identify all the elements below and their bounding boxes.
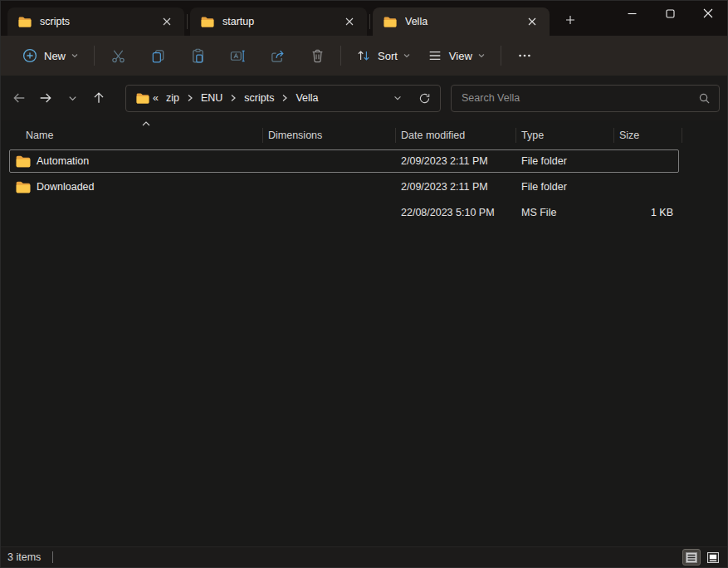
file-row-automation[interactable]: Automation 2/09/2023 2:11 PM File folder (9, 149, 679, 173)
refresh-button[interactable] (413, 87, 435, 109)
column-divider[interactable] (515, 128, 516, 143)
paste-icon (190, 48, 206, 64)
refresh-icon (418, 92, 431, 105)
column-header-date-modified[interactable]: Date modified (395, 130, 515, 141)
rename-icon (230, 48, 246, 64)
navigation-bar: « zip ENU scripts Vella (1, 76, 727, 120)
tab-label: Vella (405, 16, 523, 27)
breadcrumb-overflow[interactable]: « (149, 90, 159, 106)
sort-button[interactable]: Sort (348, 43, 419, 68)
address-bar[interactable]: « zip ENU scripts Vella (125, 85, 441, 112)
column-divider[interactable] (395, 128, 396, 143)
paste-button[interactable] (181, 41, 214, 71)
maximize-button[interactable] (651, 1, 689, 26)
search-box (451, 85, 720, 112)
chevron-down-icon (477, 51, 486, 60)
close-icon (163, 17, 171, 26)
folder-icon (136, 93, 149, 104)
file-date-modified: 2/09/2023 2:11 PM (395, 155, 515, 167)
delete-icon (310, 48, 325, 64)
column-header-type[interactable]: Type (515, 130, 613, 141)
close-icon (528, 17, 536, 26)
forward-button[interactable] (32, 85, 59, 111)
chevron-right-icon[interactable] (281, 94, 289, 102)
close-icon (345, 17, 354, 26)
view-toggles (682, 549, 722, 566)
large-icons-view-button[interactable] (704, 549, 722, 566)
minimize-button[interactable] (613, 1, 651, 26)
chevron-right-icon[interactable] (186, 94, 194, 102)
address-bar-controls (387, 87, 435, 109)
address-dropdown-button[interactable] (387, 87, 408, 109)
command-bar: New Sort (1, 36, 727, 76)
share-icon (270, 48, 286, 64)
view-icon (428, 48, 442, 63)
search-input[interactable] (462, 92, 698, 104)
chevron-down-icon (393, 93, 403, 103)
folder-icon (18, 17, 32, 27)
minimize-icon (628, 9, 637, 18)
file-name: Automation (37, 155, 89, 167)
new-item-icon (22, 48, 37, 63)
tab-startup[interactable]: startup (190, 7, 367, 36)
file-type: File folder (515, 155, 613, 167)
column-divider[interactable] (613, 128, 614, 143)
breadcrumb-item-enu[interactable]: ENU (196, 90, 227, 106)
breadcrumb-item-vella[interactable]: Vella (291, 90, 323, 106)
file-explorer-window: scripts startup Vella (0, 0, 728, 568)
forward-icon (38, 91, 53, 105)
breadcrumb-item-scripts[interactable]: scripts (239, 90, 279, 106)
cut-button[interactable] (101, 41, 134, 71)
search-icon (698, 92, 711, 105)
tab-close-button[interactable] (158, 12, 176, 31)
details-view-icon (686, 552, 697, 563)
breadcrumb-item-zip[interactable]: zip (161, 90, 184, 106)
status-divider (52, 551, 53, 563)
tab-vella[interactable]: Vella (373, 7, 550, 36)
up-button[interactable] (86, 85, 112, 111)
copy-icon (150, 48, 166, 64)
chevron-down-icon (403, 51, 411, 60)
chevron-down-icon (71, 51, 79, 60)
close-window-button[interactable] (689, 1, 727, 26)
chevron-right-icon[interactable] (229, 94, 237, 102)
tab-close-button[interactable] (340, 12, 359, 31)
delete-button[interactable] (300, 41, 334, 71)
tab-close-button[interactable] (523, 12, 541, 31)
chevron-down-icon (67, 93, 78, 104)
close-icon (703, 8, 713, 18)
details-view-button[interactable] (682, 549, 701, 566)
file-size: 1 KB (613, 207, 680, 218)
column-divider[interactable] (262, 128, 263, 143)
back-icon (12, 91, 27, 105)
plus-icon (565, 15, 575, 25)
folder-icon (16, 181, 31, 193)
column-header-size[interactable]: Size (613, 130, 683, 141)
copy-button[interactable] (141, 41, 174, 71)
back-button[interactable] (6, 85, 32, 111)
share-button[interactable] (261, 41, 294, 71)
recent-locations-button[interactable] (59, 85, 86, 111)
column-headers: Name Dimensions Date modified Type Size (9, 124, 683, 147)
column-header-name[interactable]: Name (9, 130, 262, 141)
new-tab-button[interactable] (558, 9, 583, 31)
folder-icon (201, 17, 214, 27)
toolbar-separator (340, 46, 341, 66)
view-button[interactable]: View (419, 43, 494, 68)
see-more-button[interactable] (508, 41, 541, 71)
up-icon (91, 91, 106, 105)
tab-label: startup (222, 16, 340, 27)
cut-icon (110, 48, 126, 64)
file-date-modified: 2/09/2023 2:11 PM (395, 181, 515, 193)
new-button[interactable]: New (14, 43, 87, 68)
file-row-downloaded[interactable]: Downloaded 2/09/2023 2:11 PM File folder (9, 175, 679, 198)
column-header-dimensions[interactable]: Dimensions (262, 130, 395, 141)
rename-button[interactable] (221, 41, 254, 71)
file-row-unnamed[interactable]: 22/08/2023 5:10 PM MS File 1 KB (9, 201, 679, 224)
sort-button-label: Sort (378, 50, 398, 62)
column-divider[interactable] (682, 128, 682, 143)
tab-separator (187, 14, 188, 29)
tab-scripts[interactable]: scripts (7, 7, 184, 36)
sort-icon (356, 48, 371, 63)
tab-bar: scripts startup Vella (1, 1, 727, 36)
